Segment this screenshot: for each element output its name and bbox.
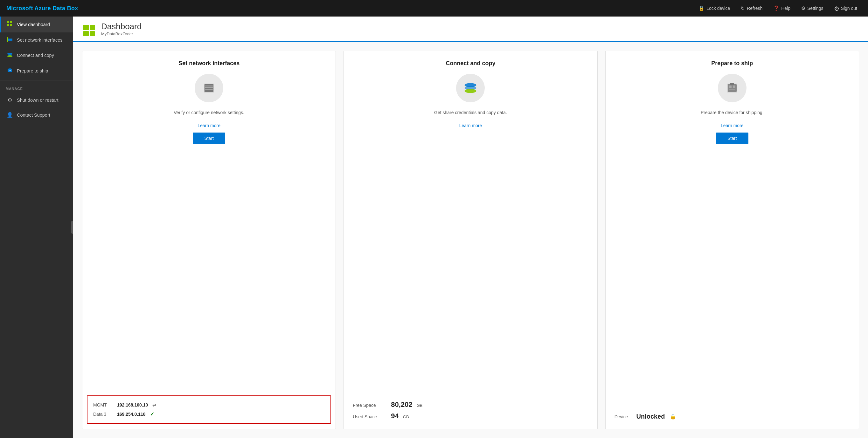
device-status-row: Device Unlocked 🔓 bbox=[615, 411, 850, 422]
topbar: Microsoft Azure Data Box 🔒 Lock device ↻… bbox=[0, 0, 868, 16]
svg-rect-4 bbox=[7, 38, 12, 38]
help-icon: ❓ bbox=[773, 5, 779, 11]
gear-icon: ⚙ bbox=[7, 97, 13, 103]
page-title: Dashboard bbox=[101, 22, 142, 31]
svg-rect-27 bbox=[733, 86, 735, 88]
svg-rect-19 bbox=[205, 89, 213, 90]
settings-button[interactable]: ⚙ Settings bbox=[797, 3, 828, 13]
copy-icon bbox=[7, 52, 13, 59]
refresh-button[interactable]: ↻ Refresh bbox=[736, 3, 767, 13]
svg-rect-18 bbox=[205, 87, 213, 88]
topbar-actions: 🔒 Lock device ↻ Refresh ❓ Help ⚙ Setting… bbox=[694, 3, 862, 13]
refresh-icon: ↻ bbox=[741, 5, 745, 11]
free-space-label: Free Space bbox=[353, 403, 388, 408]
copy-card-top: Connect and copy Get share credentials a… bbox=[344, 51, 597, 393]
mgmt-ip: 192.168.100.10 bbox=[117, 402, 148, 407]
content-body: Set network interfaces Verify or configu… bbox=[73, 42, 868, 438]
network-learn-more-link[interactable]: Learn more bbox=[197, 123, 220, 128]
copy-card-desc: Get share credentials and copy data. bbox=[434, 109, 507, 116]
app-title: Microsoft Azure Data Box bbox=[6, 5, 78, 12]
svg-rect-1 bbox=[10, 21, 12, 23]
dashboard-icon bbox=[82, 24, 96, 37]
copy-card-title: Connect and copy bbox=[445, 60, 495, 67]
network-card-top: Set network interfaces Verify or configu… bbox=[82, 51, 336, 395]
data3-label: Data 3 bbox=[93, 412, 114, 417]
content-area: Dashboard MyDataBoxOrder Set network int… bbox=[73, 16, 868, 438]
lock-device-button[interactable]: 🔒 Lock device bbox=[694, 3, 735, 13]
used-space-unit: GB bbox=[403, 414, 409, 419]
signout-button[interactable]: ⏻ Sign out bbox=[830, 3, 862, 13]
used-space-label: Used Space bbox=[353, 414, 388, 419]
ship-card: Prepare to ship Prepare the device for s… bbox=[605, 51, 859, 429]
sidebar-item-shutdown[interactable]: ⚙ Shut down or restart bbox=[0, 93, 73, 107]
unlocked-icon: 🔓 bbox=[670, 413, 676, 419]
network-interfaces-box: MGMT 192.168.100.10 ⇌ Data 3 169.254.0.1… bbox=[87, 395, 331, 424]
svg-rect-25 bbox=[728, 84, 737, 92]
free-space-value: 80,202 bbox=[391, 401, 412, 409]
sidebar-label-support: Contact Support bbox=[17, 112, 50, 117]
grid-icon bbox=[7, 21, 13, 28]
svg-rect-13 bbox=[9, 70, 9, 71]
svg-rect-7 bbox=[7, 37, 8, 42]
sidebar-item-set-network[interactable]: Set network interfaces bbox=[0, 32, 73, 48]
network-card-icon bbox=[195, 74, 223, 102]
manage-section-label: MANAGE bbox=[0, 82, 73, 93]
data3-status-icon: ✔ bbox=[150, 411, 154, 417]
copy-card-icon bbox=[456, 74, 485, 102]
device-label: Device bbox=[615, 414, 628, 419]
svg-rect-2 bbox=[7, 24, 9, 26]
page-subtitle: MyDataBoxOrder bbox=[101, 31, 142, 39]
copy-card-bottom: Free Space 80,202 GB Used Space 94 GB bbox=[344, 393, 597, 429]
ship-card-top: Prepare to ship Prepare the device for s… bbox=[606, 51, 859, 406]
svg-rect-14 bbox=[10, 70, 11, 71]
ship-start-button[interactable]: Start bbox=[716, 133, 748, 144]
network-card: Set network interfaces Verify or configu… bbox=[82, 51, 336, 429]
svg-rect-6 bbox=[7, 40, 12, 41]
network-icon bbox=[7, 37, 13, 43]
svg-rect-5 bbox=[7, 39, 12, 40]
content-header: Dashboard MyDataBoxOrder bbox=[73, 16, 868, 42]
svg-rect-0 bbox=[7, 21, 9, 23]
used-space-value: 94 bbox=[391, 412, 399, 420]
help-button[interactable]: ❓ Help bbox=[769, 3, 795, 13]
sidebar-item-connect-copy[interactable]: Connect and copy bbox=[0, 48, 73, 63]
lock-icon: 🔒 bbox=[699, 5, 705, 11]
ship-learn-more-link[interactable]: Learn more bbox=[721, 123, 744, 128]
sidebar-item-support[interactable]: 👤 Contact Support bbox=[0, 107, 73, 122]
sidebar: View dashboard Set network interfaces bbox=[0, 16, 73, 438]
main-layout: View dashboard Set network interfaces bbox=[0, 16, 868, 438]
sidebar-label-set-network: Set network interfaces bbox=[17, 37, 62, 43]
svg-point-23 bbox=[465, 89, 476, 93]
sidebar-item-prepare-ship[interactable]: Prepare to ship bbox=[0, 63, 73, 79]
svg-rect-3 bbox=[10, 24, 12, 26]
settings-icon: ⚙ bbox=[801, 5, 805, 11]
mgmt-label: MGMT bbox=[93, 402, 114, 407]
sidebar-item-view-dashboard[interactable]: View dashboard bbox=[0, 16, 73, 32]
mgmt-status-icon: ⇌ bbox=[152, 402, 156, 408]
ship-card-icon bbox=[718, 74, 746, 102]
svg-rect-26 bbox=[729, 86, 732, 88]
network-start-button[interactable]: Start bbox=[193, 133, 225, 144]
copy-learn-more-link[interactable]: Learn more bbox=[459, 123, 482, 128]
network-card-title: Set network interfaces bbox=[179, 60, 240, 67]
sidebar-label-prepare-ship: Prepare to ship bbox=[17, 68, 48, 73]
mgmt-row: MGMT 192.168.100.10 ⇌ bbox=[93, 401, 325, 409]
ship-card-desc: Prepare the device for shipping. bbox=[701, 109, 764, 116]
free-space-unit: GB bbox=[417, 403, 423, 408]
svg-rect-20 bbox=[206, 86, 207, 86]
sidebar-label-shutdown: Shut down or restart bbox=[17, 98, 59, 103]
svg-point-10 bbox=[7, 55, 12, 57]
device-status: Unlocked bbox=[636, 413, 665, 420]
sidebar-label-view-dashboard: View dashboard bbox=[17, 22, 50, 27]
copy-card: Connect and copy Get share credentials a… bbox=[343, 51, 597, 429]
svg-rect-28 bbox=[729, 89, 735, 90]
free-space-row: Free Space 80,202 GB bbox=[353, 399, 588, 410]
person-icon: 👤 bbox=[7, 112, 13, 118]
ship-card-bottom: Device Unlocked 🔓 bbox=[606, 406, 859, 429]
svg-rect-12 bbox=[8, 68, 11, 69]
ship-card-title: Prepare to ship bbox=[711, 60, 753, 67]
data3-ip: 169.254.0.118 bbox=[117, 412, 146, 417]
ship-icon bbox=[7, 67, 13, 74]
sidebar-collapse-handle[interactable]: ⋮ bbox=[71, 221, 73, 234]
header-text: Dashboard MyDataBoxOrder bbox=[101, 22, 142, 39]
